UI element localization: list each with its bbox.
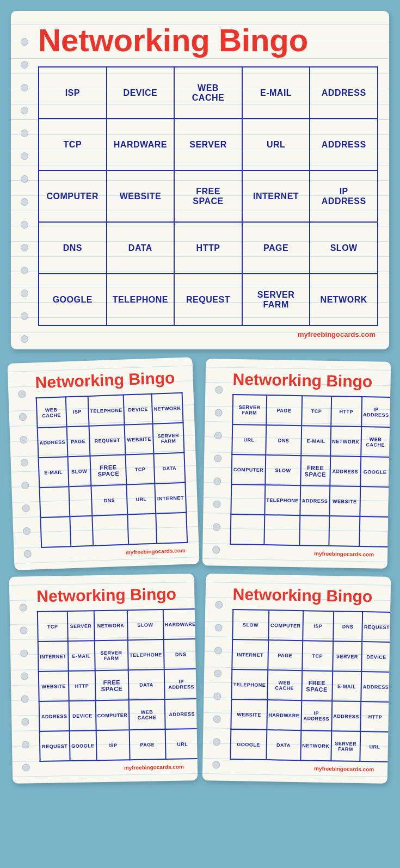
grid-cell: DEVICE (124, 394, 152, 425)
grid-cell: GOOGLE (360, 457, 390, 487)
grid-cell: GOOGLE (230, 729, 266, 760)
card2-wrapper: Networking Bingo WEBCACHEISPTELEPHONEDEV… (7, 357, 199, 570)
grid-cell: DNS (163, 639, 198, 669)
grid-cell: WEBSITE (39, 671, 69, 701)
grid-cell: SERVERFARM (242, 274, 310, 325)
grid-cell: HARDWARE (107, 119, 175, 170)
hole-3 (21, 84, 28, 91)
card4-content: Networking Bingo TCPSERVERNETWORKSLOWHAR… (9, 574, 198, 784)
grid-cell: TCP (301, 396, 331, 426)
grid-cell: FREESPACE (90, 455, 126, 486)
grid-cell: TCP (39, 119, 107, 170)
grid-cell: REQUEST (362, 612, 391, 642)
grid-cell: ADDRESS (330, 456, 361, 487)
grid-cell: DNS (91, 485, 127, 516)
grid-cell: URL (232, 424, 266, 455)
grid-cell (156, 513, 187, 544)
grid-cell: TELEPHONE (231, 669, 267, 700)
grid-cell: INTERNET (242, 170, 310, 222)
card2: Networking Bingo WEBCACHEISPTELEPHONEDEV… (7, 357, 199, 570)
hole-6 (21, 152, 28, 160)
grid-cell: INTERNET (232, 639, 268, 670)
grid-cell: ADDRESS (38, 427, 67, 458)
main-card: Networking Bingo ISPDEVICEWEBCACHEE-MAIL… (11, 11, 389, 349)
grid-cell: COMPUTER (268, 610, 303, 641)
grid-cell: ISP (39, 67, 107, 119)
grid-cell: ADDRESS (331, 701, 361, 731)
grid-cell: SERVER (174, 119, 242, 170)
hole-11 (21, 267, 28, 274)
card2-title: Networking Bingo (35, 368, 182, 392)
grid-cell: WEBSITE (231, 699, 267, 730)
grid-cell: SERVERFARM (232, 395, 266, 425)
bottom-small-cards-row: Networking Bingo TCPSERVERNETWORKSLOWHAR… (11, 575, 389, 782)
grid-cell: SLOW (265, 455, 301, 485)
grid-cell: ADDRESS (39, 701, 70, 731)
grid-cell: HTTP (174, 222, 242, 274)
hole-1 (21, 38, 28, 46)
grid-cell (92, 514, 128, 545)
grid-cell: REQUEST (89, 425, 125, 456)
grid-cell: PAGE (242, 222, 310, 274)
grid-cell: SERVERFARM (331, 731, 360, 761)
grid-cell: URL (360, 731, 389, 762)
grid-cell: DATA (153, 453, 185, 484)
grid-cell: DNS (39, 222, 107, 274)
grid-cell: NETWORK (330, 426, 361, 457)
card5-wrapper: Networking Bingo SLOWCOMPUTERISPDNSREQUE… (202, 574, 391, 784)
hole-10 (21, 244, 28, 251)
grid-cell: SLOW (67, 456, 91, 487)
grid-cell: TELEPHONE (128, 639, 164, 670)
grid-cell (70, 516, 93, 546)
grid-cell: SLOW (127, 610, 163, 640)
card4: Networking Bingo TCPSERVERNETWORKSLOWHAR… (9, 574, 198, 784)
grid-cell: ISP (96, 730, 130, 760)
main-bingo-grid: ISPDEVICEWEBCACHEE-MAILADDRESSTCPHARDWAR… (38, 66, 378, 326)
grid-cell (40, 516, 70, 547)
grid-cell: E-MAIL (39, 457, 69, 488)
grid-cell: HTTP (331, 396, 362, 427)
grid-cell: WEBCACHE (267, 670, 302, 700)
grid-cell: FREESPACE (300, 455, 330, 486)
card4-wrapper: Networking Bingo TCPSERVERNETWORKSLOWHAR… (9, 574, 198, 784)
grid-cell: E-MAIL (68, 641, 95, 671)
grid-cell: COMPUTER (231, 454, 265, 485)
grid-cell: TCP (126, 454, 155, 485)
grid-cell: E-MAIL (242, 67, 310, 119)
hole-12 (21, 290, 28, 297)
grid-cell: SERVER (67, 611, 94, 641)
card5-title: Networking Bingo (232, 585, 380, 606)
card5: Networking Bingo SLOWCOMPUTERISPDNSREQUE… (202, 574, 391, 784)
grid-cell (264, 515, 300, 545)
card4-website: myfreebingocards.com (40, 764, 187, 772)
grid-cell: DATA (266, 730, 301, 760)
main-title: Networking Bingo (38, 22, 378, 58)
grid-cell: SERVER (333, 641, 362, 672)
grid-cell: REQUEST (40, 731, 70, 761)
grid-cell: FREESPACE (95, 670, 128, 700)
card4-title: Networking Bingo (36, 584, 184, 606)
grid-cell: SLOW (232, 610, 268, 640)
grid-cell: DATA (107, 222, 175, 274)
grid-cell: DNS (333, 611, 362, 642)
hole-5 (21, 130, 28, 137)
card3-website: myfreebingocards.com (230, 549, 377, 558)
grid-cell: E-MAIL (332, 671, 361, 701)
grid-cell: URL (165, 729, 198, 759)
grid-cell: GOOGLE (39, 274, 107, 325)
grid-cell (359, 516, 389, 547)
top-small-cards-row: Networking Bingo WEBCACHEISPTELEPHONEDEV… (11, 360, 389, 567)
main-card-content: Networking Bingo ISPDEVICEWEBCACHEE-MAIL… (11, 11, 389, 349)
card5-grid: SLOWCOMPUTERISPDNSREQUESTINTERNETPAGETCP… (230, 609, 391, 762)
grid-cell: SERVERFARM (94, 640, 128, 670)
grid-cell: REQUEST (174, 274, 242, 325)
grid-cell: SERVERFARM (152, 423, 184, 454)
grid-cell: ADDRESS (310, 67, 378, 119)
grid-cell: ADDRESS (164, 699, 198, 729)
grid-cell: TELEPHONE (264, 485, 300, 515)
grid-cell: DEVICE (107, 67, 175, 119)
grid-cell (69, 486, 92, 516)
grid-cell: TCP (302, 641, 333, 671)
grid-cell: GOOGLE (70, 730, 96, 761)
grid-cell (360, 487, 389, 517)
